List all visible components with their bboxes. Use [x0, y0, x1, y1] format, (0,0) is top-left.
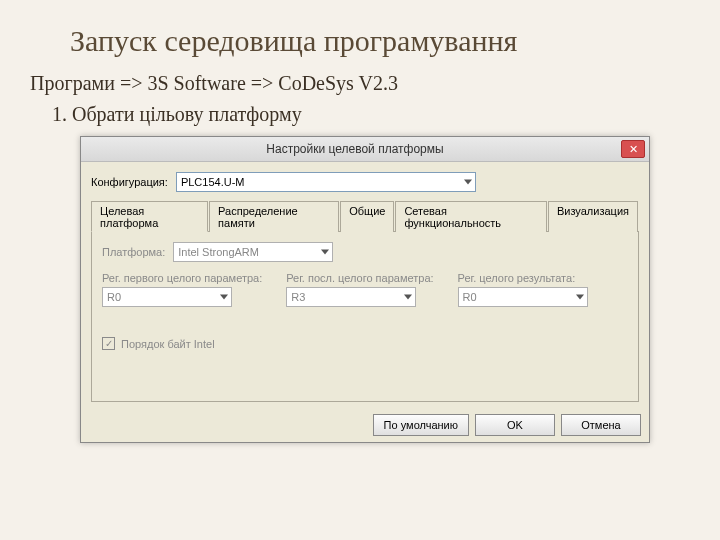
- reg-select: R0: [102, 287, 232, 307]
- platform-select: Intel StrongARM: [173, 242, 333, 262]
- close-icon[interactable]: ✕: [621, 140, 645, 158]
- tabs: Целевая платформа Распределение памяти О…: [91, 200, 639, 232]
- tab-network[interactable]: Сетевая функциональность: [395, 201, 547, 232]
- cancel-button[interactable]: Отмена: [561, 414, 641, 436]
- reg-select: R3: [286, 287, 416, 307]
- tab-visualization[interactable]: Визуализация: [548, 201, 638, 232]
- slide-heading: Запуск середовища програмування: [70, 24, 690, 58]
- checkmark-icon: ✓: [102, 337, 115, 350]
- reg-label: Рег. посл. целого параметра:: [286, 272, 433, 284]
- step-item: Обрати цільову платформу: [72, 103, 690, 126]
- tab-target-platform[interactable]: Целевая платформа: [91, 201, 208, 232]
- titlebar: Настройки целевой платформы ✕: [81, 137, 649, 162]
- menu-path: Програми => 3S Software => CoDeSys V2.3: [30, 72, 690, 95]
- platform-label: Платформа:: [102, 246, 165, 258]
- byteorder-checkbox: ✓ Порядок байт Intel: [102, 337, 628, 350]
- config-value: PLC154.U-M: [181, 176, 245, 188]
- config-label: Конфигурация:: [91, 176, 168, 188]
- platform-value: Intel StrongARM: [178, 246, 259, 258]
- ok-button[interactable]: OK: [475, 414, 555, 436]
- byteorder-label: Порядок байт Intel: [121, 338, 215, 350]
- default-button[interactable]: По умолчанию: [373, 414, 469, 436]
- reg-select: R0: [458, 287, 588, 307]
- dialog-title: Настройки целевой платформы: [89, 142, 621, 156]
- dialog-window: Настройки целевой платформы ✕ Конфигурац…: [80, 136, 650, 443]
- tab-general[interactable]: Общие: [340, 201, 394, 232]
- reg-label: Рег. первого целого параметра:: [102, 272, 262, 284]
- reg-value: R0: [107, 291, 121, 303]
- config-select[interactable]: PLC154.U-M: [176, 172, 476, 192]
- reg-label: Рег. целого результата:: [458, 272, 588, 284]
- tab-memory[interactable]: Распределение памяти: [209, 201, 339, 232]
- reg-value: R0: [463, 291, 477, 303]
- reg-value: R3: [291, 291, 305, 303]
